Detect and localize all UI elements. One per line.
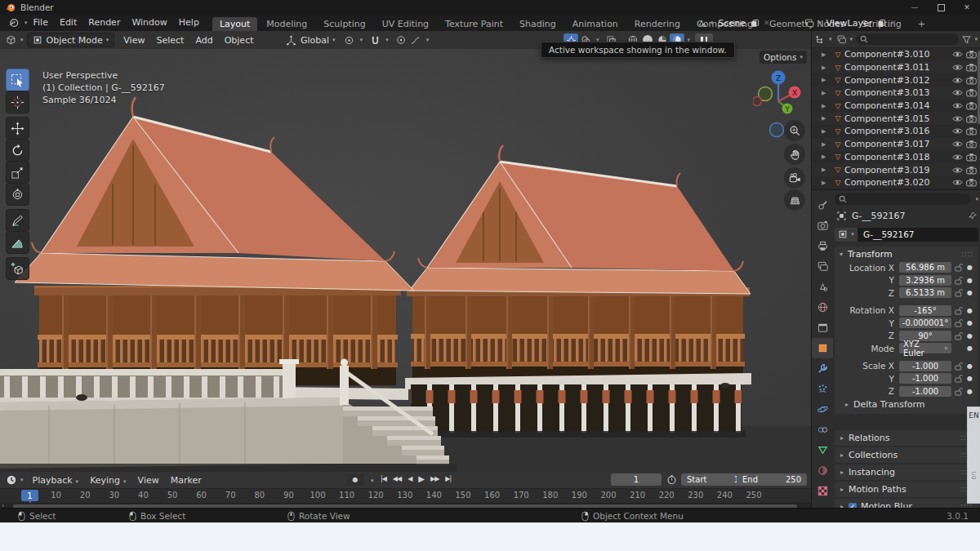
- properties-tab-data[interactable]: [812, 440, 833, 460]
- eye-icon[interactable]: [952, 101, 963, 110]
- workspace-tab-shading[interactable]: Shading: [512, 17, 564, 31]
- properties-tab-physics[interactable]: [812, 399, 833, 420]
- camera-disable-icon[interactable]: [966, 50, 977, 59]
- scene-name[interactable]: Scene: [719, 18, 746, 29]
- expand-icon[interactable]: ▶: [822, 180, 831, 186]
- properties-tab-object[interactable]: [812, 338, 833, 358]
- outliner-editor-icon[interactable]: [815, 34, 826, 45]
- workspace-tab-texture-paint[interactable]: Texture Paint: [438, 17, 510, 31]
- camera-disable-icon[interactable]: [966, 76, 977, 85]
- animate-dot-icon[interactable]: ●: [965, 289, 974, 296]
- stopwatch-icon[interactable]: [666, 474, 677, 485]
- outliner-item[interactable]: ▶▽Component#3.017: [812, 138, 980, 151]
- lock-open-icon[interactable]: [955, 276, 963, 285]
- animate-dot-icon[interactable]: ●: [965, 375, 974, 382]
- viewport-menu-view[interactable]: View: [118, 35, 150, 46]
- play-button[interactable]: ▶: [415, 474, 427, 483]
- lock-open-icon[interactable]: [955, 374, 963, 383]
- properties-search-input[interactable]: [835, 193, 970, 205]
- camera-disable-icon[interactable]: [966, 88, 977, 97]
- animate-dot-icon[interactable]: ●: [965, 264, 974, 271]
- tool-measure[interactable]: [6, 231, 29, 254]
- current-frame-indicator[interactable]: 1: [21, 490, 38, 501]
- outliner-item-label[interactable]: Component#3.019: [844, 165, 949, 176]
- delta-transform-panel[interactable]: ▸ Delta Transform: [835, 398, 978, 411]
- timeline-editor[interactable]: ▾ Playback▾Keying▾ViewMarker ● ▾ |◀ ◀◀ ◀…: [0, 472, 811, 508]
- expand-icon[interactable]: ▶: [822, 51, 831, 58]
- outliner-item-label[interactable]: Component#3.010: [844, 49, 949, 60]
- workspace-tab-uv-editing[interactable]: UV Editing: [375, 17, 436, 31]
- properties-tab-collection[interactable]: [812, 318, 833, 338]
- camera-disable-icon[interactable]: [966, 127, 977, 136]
- animate-dot-icon[interactable]: ●: [965, 344, 974, 352]
- snap-magnet-icon[interactable]: [368, 33, 382, 47]
- eye-icon[interactable]: [952, 127, 963, 136]
- eye-icon[interactable]: [952, 114, 963, 123]
- next-keyframe-button[interactable]: ▶▶: [427, 475, 442, 482]
- timeline-ruler[interactable]: 1 10203040506070809010011012013014015016…: [0, 489, 811, 504]
- outliner-item[interactable]: ▶▽Component#3.012: [812, 73, 980, 87]
- tool-transform[interactable]: [6, 183, 29, 206]
- zoom-button[interactable]: [784, 120, 805, 141]
- lock-open-icon[interactable]: [955, 318, 963, 327]
- falloff-icon[interactable]: [408, 33, 423, 47]
- expand-icon[interactable]: ▶: [822, 64, 831, 71]
- pin-icon[interactable]: [968, 211, 977, 220]
- timeline-menu-keying[interactable]: Keying▾: [84, 475, 131, 486]
- expand-icon[interactable]: ▶: [822, 167, 831, 173]
- prev-keyframe-button[interactable]: ◀◀: [390, 475, 404, 482]
- prev-frame-button[interactable]: ◀: [404, 475, 415, 482]
- camera-disable-icon[interactable]: [966, 101, 977, 110]
- transform-value-field[interactable]: -1.000: [899, 361, 951, 371]
- options-button[interactable]: Options▾: [760, 51, 807, 64]
- add-workspace-button[interactable]: +: [911, 17, 933, 31]
- panel-collections[interactable]: ▸Collections::::: [835, 447, 978, 463]
- workspace-tab-sculpting[interactable]: Sculpting: [316, 17, 372, 31]
- lock-open-icon[interactable]: [955, 331, 963, 340]
- camera-disable-icon[interactable]: [966, 166, 977, 175]
- outliner-item-label[interactable]: Component#3.017: [844, 139, 949, 149]
- transform-value-field[interactable]: -1.000: [899, 373, 951, 384]
- outliner-item[interactable]: ▶▽Component#3.019: [812, 163, 980, 176]
- rotation-mode-dropdown[interactable]: XYZ Euler▾: [899, 343, 951, 353]
- menu-window[interactable]: Window: [126, 15, 172, 31]
- animate-dot-icon[interactable]: ●: [965, 307, 974, 314]
- transform-value-field[interactable]: 56.986 m: [899, 262, 951, 273]
- animate-dot-icon[interactable]: ●: [965, 362, 974, 370]
- eye-icon[interactable]: [952, 88, 963, 97]
- display-mode-icon[interactable]: [836, 34, 847, 45]
- camera-disable-icon[interactable]: [966, 153, 977, 162]
- maximize-button[interactable]: [928, 0, 954, 15]
- properties-tab-view-layer[interactable]: [812, 256, 833, 277]
- camera-view-button[interactable]: [784, 167, 805, 189]
- outliner-item-label[interactable]: Component#3.012: [844, 75, 949, 86]
- expand-icon[interactable]: ▶: [822, 90, 831, 96]
- mode-dropdown[interactable]: Object Mode ▾: [27, 33, 115, 47]
- expand-icon[interactable]: ▶: [822, 141, 831, 148]
- outliner-item-label[interactable]: Component#3.020: [844, 177, 949, 188]
- tool-cursor[interactable]: [6, 91, 29, 113]
- menu-render[interactable]: Render: [82, 15, 126, 31]
- jump-to-end-button[interactable]: ▶|: [442, 475, 454, 482]
- frame-start-field[interactable]: Start1: [681, 473, 745, 486]
- properties-tab-output[interactable]: [812, 236, 833, 256]
- outliner-search-input[interactable]: [856, 33, 959, 45]
- timeline-menu-playback[interactable]: Playback▾: [27, 475, 85, 486]
- transform-value-field[interactable]: -1.000: [899, 386, 951, 397]
- object-name-field[interactable]: G-__592167: [858, 228, 978, 242]
- outliner-item-label[interactable]: Component#3.011: [844, 62, 949, 73]
- new-scene-icon[interactable]: [751, 19, 760, 28]
- outliner-item[interactable]: ▶▽Component#3.015: [812, 112, 980, 125]
- properties-tab-scene[interactable]: [812, 277, 833, 297]
- properties-tab-texture[interactable]: [812, 481, 833, 501]
- properties-tab-modifiers[interactable]: [812, 358, 833, 379]
- camera-disable-icon[interactable]: [966, 140, 977, 149]
- auto-key-record-button[interactable]: ●: [346, 473, 364, 486]
- animate-dot-icon[interactable]: ●: [965, 319, 974, 327]
- outliner-item[interactable]: ▶▽Component#3.018: [812, 151, 980, 164]
- outliner-item-label[interactable]: Component#3.013: [844, 87, 949, 98]
- expand-icon[interactable]: ▶: [822, 128, 831, 135]
- properties-tab-world[interactable]: [812, 297, 833, 318]
- minimize-button[interactable]: —: [902, 0, 928, 15]
- workspace-tab-rendering[interactable]: Rendering: [627, 17, 688, 31]
